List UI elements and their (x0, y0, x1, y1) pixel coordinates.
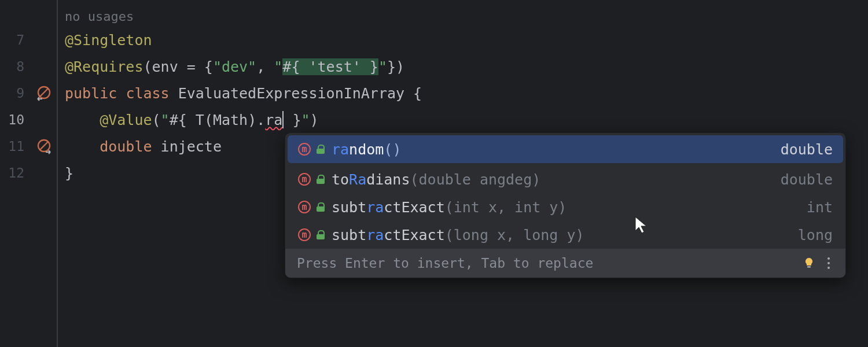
gutter: 7 8 9 10 11 12 (0, 0, 58, 347)
completion-item[interactable]: m random() double (288, 135, 843, 163)
line-number: 9 (16, 86, 24, 101)
line-number: 10 (8, 112, 24, 127)
gutter-row: 12 (0, 160, 57, 186)
lock-icon (317, 230, 325, 239)
completion-type: long (798, 227, 833, 243)
code-editor[interactable]: 7 8 9 10 11 12 no usages @Singleton @Req… (0, 0, 868, 347)
svg-rect-4 (807, 266, 811, 268)
method-icon: m (298, 143, 311, 156)
code-line[interactable]: public class EvaluatedExpressionInArray … (65, 80, 868, 106)
completion-item[interactable]: m subtractExact(int x, int y) int (285, 193, 845, 221)
line-number: 7 (16, 32, 24, 47)
annotation: @Singleton (65, 32, 152, 49)
gutter-row: 9 (0, 80, 57, 106)
code-line-active[interactable]: @Value("#{ T(Math).ra }") (65, 106, 868, 133)
code-area[interactable]: no usages @Singleton @Requires(env = {"d… (58, 0, 868, 347)
method-icon: m (298, 173, 311, 186)
completion-footer: Press Enter to insert, Tab to replace (285, 249, 845, 278)
gutter-row: 11 (0, 133, 57, 160)
lock-icon (317, 202, 325, 212)
completion-popup[interactable]: m random() double m toRadians(double ang… (285, 132, 846, 278)
method-icon: m (298, 201, 311, 213)
typed-text: ra (265, 112, 282, 128)
method-icon: m (298, 228, 311, 241)
interpolation-highlight: #{ 'test' } (282, 58, 378, 75)
svg-line-1 (40, 88, 48, 97)
completion-hint: Press Enter to insert, Tab to replace (297, 256, 593, 271)
gutter-row: 10 (0, 106, 57, 133)
completion-type: double (781, 141, 833, 158)
annotation: @Requires (65, 58, 143, 75)
code-line[interactable]: @Requires(env = {"dev", "#{ 'test' }"}) (65, 53, 868, 80)
lock-icon (317, 145, 325, 154)
no-entry-left-icon[interactable] (36, 85, 52, 101)
svg-line-3 (40, 142, 48, 150)
completion-item[interactable]: m subtractExact(long x, long y) long (285, 221, 845, 249)
more-icon[interactable] (823, 257, 834, 269)
completion-type: double (781, 171, 833, 188)
gutter-row: 8 (0, 53, 57, 80)
lightbulb-icon[interactable] (803, 257, 815, 270)
gutter-row: 7 (0, 27, 57, 53)
lock-icon (317, 175, 325, 184)
code-line[interactable]: @Singleton (65, 27, 868, 53)
class-name: EvaluatedExpressionInArray (178, 85, 404, 102)
annotation: @Value (100, 112, 152, 128)
no-entry-right-icon[interactable] (36, 138, 52, 154)
usages-hint[interactable]: no usages (65, 6, 868, 27)
line-number: 8 (16, 59, 24, 74)
completion-type: int (807, 199, 833, 216)
completion-item[interactable]: m toRadians(double angdeg) double (285, 165, 845, 193)
line-number: 12 (8, 165, 24, 180)
gutter-row (0, 6, 57, 27)
line-number: 11 (8, 139, 24, 154)
